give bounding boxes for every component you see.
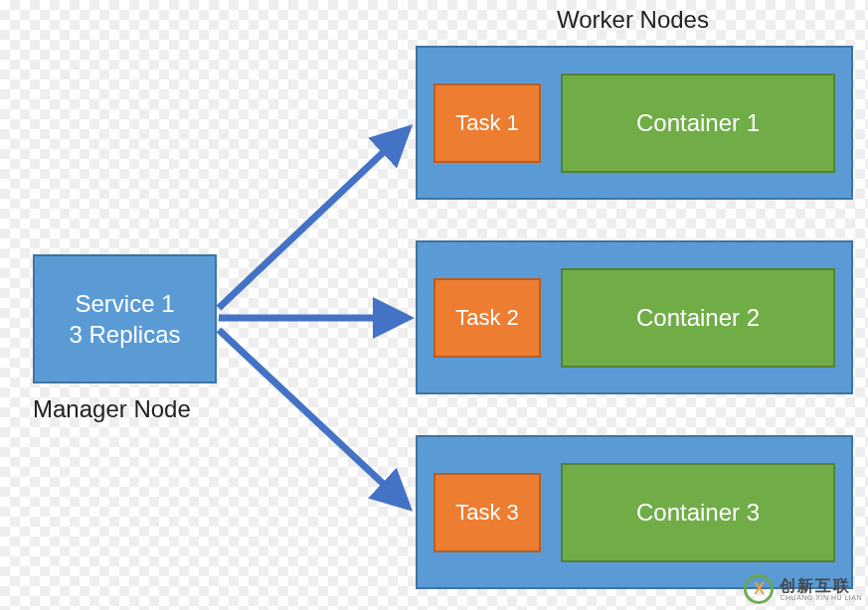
container-label: Container 2 xyxy=(636,304,760,332)
task-label: Task 3 xyxy=(455,500,519,526)
manager-replicas: 3 Replicas xyxy=(69,319,180,350)
container-box-1: Container 1 xyxy=(561,74,835,173)
task-box-1: Task 1 xyxy=(434,83,541,163)
worker-nodes-label: Worker Nodes xyxy=(557,6,709,34)
manager-node-box: Service 1 3 Replicas xyxy=(33,254,217,383)
manager-node-label: Manager Node xyxy=(33,395,191,423)
container-label: Container 1 xyxy=(636,109,760,137)
task-box-2: Task 2 xyxy=(434,278,541,358)
arrow-to-worker-3 xyxy=(219,330,408,507)
worker-node-3: Task 3 Container 3 xyxy=(416,435,853,589)
task-label: Task 1 xyxy=(455,110,519,136)
watermark-text: 创新互联 CHUANG XIN HU LIAN xyxy=(780,578,862,601)
arrow-to-worker-1 xyxy=(219,129,408,308)
manager-service-name: Service 1 xyxy=(75,288,174,319)
watermark-cn: 创新互联 xyxy=(780,578,862,594)
container-box-2: Container 2 xyxy=(561,268,835,368)
worker-node-1: Task 1 Container 1 xyxy=(416,46,853,200)
watermark: X 创新互联 CHUANG XIN HU LIAN xyxy=(744,574,862,604)
watermark-logo-icon: X xyxy=(744,574,774,604)
container-label: Container 3 xyxy=(636,499,760,527)
container-box-3: Container 3 xyxy=(561,463,835,562)
task-label: Task 2 xyxy=(455,305,519,331)
watermark-logo-letter: X xyxy=(754,580,765,598)
watermark-pinyin: CHUANG XIN HU LIAN xyxy=(780,594,862,601)
task-box-3: Task 3 xyxy=(434,473,541,552)
worker-node-2: Task 2 Container 2 xyxy=(416,240,853,394)
